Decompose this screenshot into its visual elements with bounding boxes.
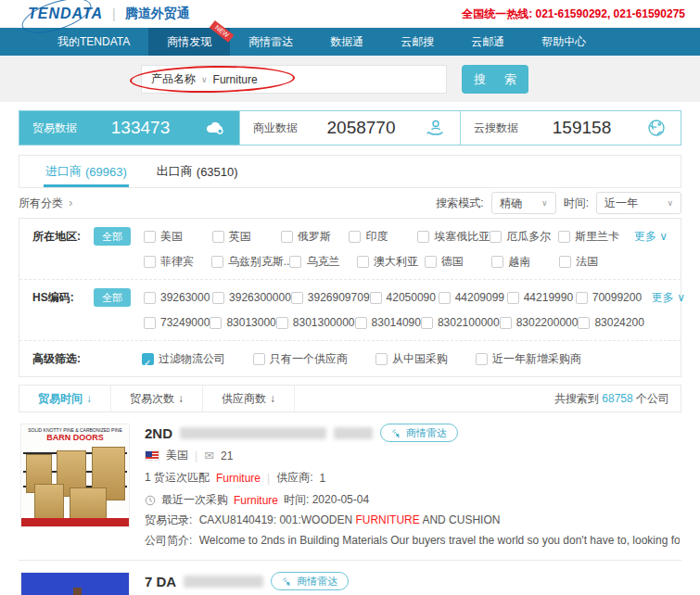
search-button[interactable]: 搜 索 (462, 65, 528, 94)
hscode-more-link[interactable]: 更多 ∨ (652, 287, 685, 308)
advanced-checkbox[interactable]: 近一年新增采购商 (476, 348, 581, 369)
time-label: 时间: (564, 196, 589, 211)
region-checkbox[interactable]: 斯里兰卡 (558, 226, 627, 247)
image-text: SOLID KNOTTY PINE & CARBONIZED PINE (21, 424, 129, 433)
region-checkbox[interactable]: 乌克兰 (289, 251, 357, 272)
time-range-select[interactable]: 近一年 ∨ (596, 192, 681, 214)
hscode-checkbox[interactable]: 8301300000 (276, 312, 355, 333)
checkbox-icon (558, 231, 570, 243)
stat-cloud-search-data[interactable]: 云搜数据 159158 (460, 111, 681, 145)
nav-item-label: 云邮搜 (401, 35, 434, 48)
nav-item[interactable]: 云邮通 (452, 28, 523, 56)
sort-bar: 贸易时间 ↓ 贸易次数 ↓ 供应商数 ↓ 共搜索到 68758 个公司 (19, 385, 681, 412)
region-more-link[interactable]: 更多 ∨ (634, 226, 668, 247)
checkbox-label: 埃塞俄比亚 (434, 226, 490, 247)
all-categories-link[interactable]: 所有分类 › (19, 196, 72, 211)
tendata-logo: TENDATA (28, 6, 103, 22)
hscode-filter-label: HS编码: (32, 287, 94, 308)
service-icon (425, 117, 447, 139)
checkbox-icon (439, 292, 451, 304)
checkbox-icon (576, 292, 588, 304)
cloud-icon (204, 117, 226, 139)
hscode-all-button[interactable]: 全部 (94, 288, 131, 307)
hscode-checkbox[interactable]: 3926300000 (212, 287, 291, 308)
sort-option[interactable]: 贸易次数 ↓ (111, 386, 203, 411)
checkbox-label: 厄瓜多尔 (506, 226, 551, 247)
business-radar-button[interactable]: 商情雷达 (380, 424, 458, 442)
sort-option[interactable]: 贸易时间 ↓ (19, 386, 111, 411)
region-checkbox[interactable]: 乌兹别克斯.. (211, 251, 290, 272)
brand-logo[interactable]: TENDATA | 腾道外贸通 (28, 6, 190, 22)
tab-importers[interactable]: 进口商 (69963) (31, 156, 142, 187)
region-checkbox[interactable]: 澳大利亚 (357, 251, 425, 272)
hscode-checkbox[interactable]: 44209099 (439, 287, 507, 308)
radar-label: 商情雷达 (297, 575, 337, 589)
nav-item[interactable]: 商情发现 NEW (148, 28, 230, 56)
supplier-count: 1 (320, 472, 326, 485)
region-checkbox[interactable]: 越南 (491, 251, 559, 272)
company-image[interactable]: SOLID KNOTTY PINE & CARBONIZED PINE BARN… (20, 424, 130, 527)
filter-advanced-row: 高级筛选: 过滤物流公司 只有一个供应商 从中国采购 近一 (19, 340, 681, 376)
region-checkbox[interactable]: 厄瓜多尔 (490, 226, 558, 247)
checkbox-label: 澳大利亚 (374, 251, 418, 272)
globe-icon (645, 117, 668, 139)
tab-label: 出口商 (157, 163, 193, 180)
chevron-down-icon: ∨ (667, 198, 673, 208)
search-box[interactable]: 产品名称 ∨ (141, 65, 447, 94)
sort-option[interactable]: 供应商数 ↓ (203, 386, 295, 411)
search-category-dropdown[interactable]: 产品名称 (151, 71, 196, 87)
record-label: 贸易记录: (145, 513, 192, 526)
nav-item[interactable]: 云邮搜 (382, 28, 452, 56)
hscode-checkbox[interactable]: 8302200000 (500, 312, 579, 333)
business-radar-button[interactable]: 商情雷达 (271, 572, 349, 590)
advanced-checkbox[interactable]: 过滤物流公司 (142, 348, 225, 369)
hscode-checkbox[interactable]: 70099200 (576, 287, 644, 308)
hscode-checkbox[interactable]: 3926909709 (291, 287, 370, 308)
nav-item[interactable]: 帮助中心 (523, 28, 605, 56)
region-checkbox[interactable]: 印度 (349, 226, 417, 247)
region-checkbox[interactable]: 埃塞俄比亚 (417, 226, 490, 247)
record-text: CAXU8140419: 001:WOODEN (199, 513, 356, 526)
result-summary: 共搜索到 68758 个公司 (554, 391, 681, 407)
hscode-checkbox[interactable]: 83024200 (578, 312, 643, 333)
hscode-checkbox[interactable]: 73249000 (144, 312, 210, 333)
region-all-button[interactable]: 全部 (94, 227, 131, 246)
region-checkbox[interactable]: 德国 (425, 251, 492, 272)
tab-exporters[interactable]: 出口商 (63510) (142, 156, 253, 187)
company-image[interactable]: 7M furniture (20, 572, 130, 595)
nav-item-label: 帮助中心 (541, 35, 586, 48)
checkbox-icon (281, 231, 293, 243)
nav-item-label: 商情发现 (167, 35, 211, 48)
region-checkbox[interactable]: 法国 (559, 251, 627, 272)
company-name[interactable]: 2ND (145, 425, 172, 441)
company-name[interactable]: 7 DA (145, 574, 176, 589)
checkbox-icon (559, 256, 571, 268)
hscode-checkbox[interactable]: 8302100000 (421, 312, 500, 333)
search-input[interactable] (213, 73, 437, 86)
region-checkbox[interactable]: 菲律宾 (144, 251, 211, 272)
region-checkbox[interactable]: 英国 (212, 226, 281, 247)
checkbox-icon (144, 292, 156, 304)
hscode-checkbox[interactable]: 44219990 (507, 287, 576, 308)
checkbox-label: 从中国采购 (392, 348, 448, 369)
search-mode-select[interactable]: 精确 ∨ (491, 192, 556, 214)
advanced-checkbox[interactable]: 只有一个供应商 (253, 348, 348, 369)
nav-item[interactable]: 商情雷达 (230, 28, 312, 56)
stat-business-data[interactable]: 商业数据 2058770 (239, 111, 460, 145)
hscode-checkbox[interactable]: 42050090 (370, 287, 439, 308)
nav-item[interactable]: 数据通 (312, 28, 382, 56)
hscode-checkbox[interactable]: 83013000 (210, 312, 275, 333)
checkbox-label: 3926909709 (308, 287, 370, 308)
hscode-checkbox[interactable]: 83014090 (355, 312, 421, 333)
region-checkbox[interactable]: 美国 (144, 226, 212, 247)
advanced-checkbox[interactable]: 从中国采购 (375, 348, 448, 369)
region-checkbox[interactable]: 俄罗斯 (281, 226, 350, 247)
redacted-text (334, 427, 373, 439)
stat-trade-data[interactable]: 贸易数据 133473 (19, 111, 239, 145)
checkbox-label: 乌兹别克斯.. (228, 251, 290, 272)
recent-prefix: 最近一次采购 (161, 492, 228, 508)
nav-item[interactable]: 我的TENDATA (39, 28, 148, 56)
time-range-value: 近一年 (605, 196, 638, 211)
checkbox-label: 44219990 (524, 287, 573, 308)
hscode-checkbox[interactable]: 39263000 (144, 287, 212, 308)
